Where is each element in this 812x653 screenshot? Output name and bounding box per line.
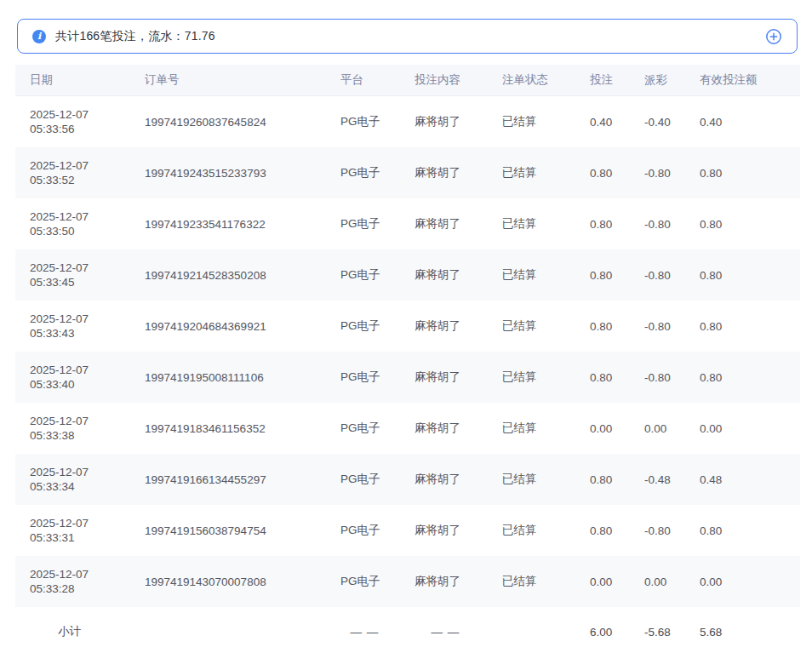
cell-content: 麻将胡了 [415,267,502,283]
table-row: 2025-12-07 05:33:56 1997419260837645824 … [15,96,800,147]
table-row: 2025-12-07 05:33:31 1997419156038794754 … [15,505,800,556]
cell-order-no: 1997419233541176322 [145,218,340,231]
col-header-status: 注单状态 [502,72,590,88]
cell-date: 2025-12-07 05:33:31 [30,516,115,545]
cell-payout: -0.80 [644,524,700,537]
table-row: 2025-12-07 05:33:52 1997419243515233793 … [15,147,800,198]
cell-valid: 0.48 [700,473,800,486]
cell-valid: 0.80 [700,269,800,282]
cell-bet: 0.40 [590,116,644,129]
cell-order-no: 1997419156038794754 [145,524,340,537]
cell-bet: 0.80 [590,371,644,384]
cell-date: 2025-12-07 05:33:38 [30,414,115,443]
table-row: 2025-12-07 05:33:45 1997419214528350208 … [15,249,800,301]
table-row: 2025-12-07 05:33:43 1997419204684369921 … [15,301,800,352]
cell-platform: PG电子 [340,114,415,129]
cell-status: 已结算 [502,114,590,129]
cell-payout: -0.80 [644,269,700,282]
subtotal-payout: -5.68 [644,626,700,639]
cell-valid: 0.80 [700,524,800,537]
cell-status: 已结算 [502,165,590,180]
table-header-row: 日期 订单号 平台 投注内容 注单状态 投注 派彩 有效投注额 [15,65,800,96]
cell-valid: 0.40 [700,116,800,129]
table-row: 2025-12-07 05:33:50 1997419233541176322 … [15,198,800,249]
subtotal-label: 小计 [30,624,145,639]
cell-payout: -0.48 [644,473,700,486]
cell-date: 2025-12-07 05:33:34 [30,465,115,494]
summary-text: 共计166笔投注，流水：71.76 [55,29,215,44]
cell-status: 已结算 [502,472,590,487]
cell-content: 麻将胡了 [415,369,502,385]
cell-platform: PG电子 [340,472,415,487]
col-header-content: 投注内容 [415,72,502,88]
cell-order-no: 1997419243515233793 [145,167,340,180]
cell-content: 麻将胡了 [415,114,502,129]
cell-valid: 0.00 [700,576,800,588]
col-header-date: 日期 [30,72,145,88]
cell-payout: -0.80 [644,371,700,384]
cell-payout: -0.80 [644,320,700,333]
cell-order-no: 1997419143070007808 [145,576,340,588]
cell-content: 麻将胡了 [415,421,502,436]
cell-date: 2025-12-07 05:33:28 [30,567,115,596]
cell-content: 麻将胡了 [415,574,502,589]
cell-payout: -0.80 [644,167,700,180]
cell-date: 2025-12-07 05:33:52 [30,158,115,187]
cell-payout: 0.00 [644,576,700,588]
cell-platform: PG电子 [340,421,415,436]
cell-order-no: 1997419166134455297 [145,473,340,486]
bets-table: 日期 订单号 平台 投注内容 注单状态 投注 派彩 有效投注额 2025-12-… [15,65,800,653]
cell-status: 已结算 [502,216,590,232]
col-header-payout: 派彩 [644,72,700,88]
table-row: 2025-12-07 05:33:38 1997419183461156352 … [15,403,800,454]
table-row: 2025-12-07 05:33:34 1997419166134455297 … [15,454,800,505]
cell-date: 2025-12-07 05:33:56 [30,107,115,136]
circle-plus-icon[interactable] [765,28,782,45]
cell-date: 2025-12-07 05:33:43 [30,312,115,341]
cell-bet: 0.00 [590,576,644,588]
cell-payout: 0.00 [644,422,700,435]
cell-bet: 0.80 [590,218,644,231]
cell-valid: 0.80 [700,167,800,180]
cell-status: 已结算 [502,574,590,589]
cell-order-no: 1997419260837645824 [145,116,340,129]
cell-order-no: 1997419195008111106 [145,371,340,384]
cell-status: 已结算 [502,267,590,283]
cell-platform: PG电子 [340,267,415,283]
cell-bet: 0.80 [590,320,644,333]
cell-platform: PG电子 [340,165,415,180]
cell-bet: 0.00 [590,422,644,435]
cell-platform: PG电子 [340,318,415,334]
cell-content: 麻将胡了 [415,523,502,538]
subtotal-platform-dash: — — [340,626,415,639]
cell-order-no: 1997419204684369921 [145,320,340,333]
cell-bet: 0.80 [590,524,644,537]
subtotal-valid: 5.68 [700,626,800,639]
subtotal-content-dash: — — [415,626,502,639]
subtotal-bet: 6.00 [590,626,644,639]
cell-valid: 0.80 [700,320,800,333]
col-header-platform: 平台 [340,72,415,88]
cell-platform: PG电子 [340,574,415,589]
cell-bet: 0.80 [590,167,644,180]
subtotal-row: 小计 — — — — 6.00 -5.68 5.68 [15,607,800,653]
cell-bet: 0.80 [590,269,644,282]
cell-payout: -0.80 [644,218,700,231]
cell-order-no: 1997419183461156352 [145,422,340,435]
cell-bet: 0.80 [590,473,644,486]
circle-plus-glyph [765,28,782,45]
cell-order-no: 1997419214528350208 [145,269,340,282]
col-header-bet: 投注 [590,72,644,88]
table-row: 2025-12-07 05:33:40 1997419195008111106 … [15,352,800,403]
col-header-order: 订单号 [145,72,340,88]
cell-platform: PG电子 [340,369,415,385]
table-row: 2025-12-07 05:33:28 1997419143070007808 … [15,556,800,607]
cell-status: 已结算 [502,369,590,385]
cell-date: 2025-12-07 05:33:50 [30,209,115,238]
cell-date: 2025-12-07 05:33:40 [30,363,115,392]
cell-valid: 0.80 [700,218,800,231]
cell-content: 麻将胡了 [415,165,502,180]
cell-status: 已结算 [502,318,590,334]
cell-status: 已结算 [502,523,590,538]
cell-date: 2025-12-07 05:33:45 [30,261,115,289]
